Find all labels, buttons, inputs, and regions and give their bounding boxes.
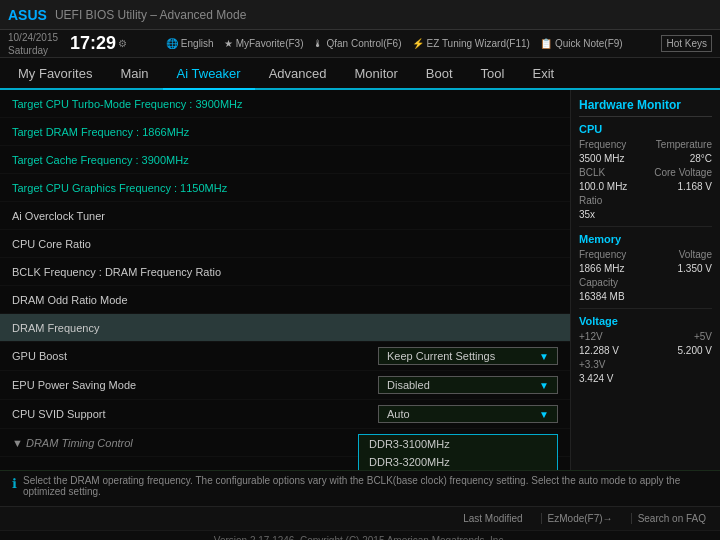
gpu-boost-arrow-icon: ▼: [539, 351, 549, 362]
cpu-temperature-value: 28°C: [690, 153, 712, 164]
cpu-frequency-label: Frequency: [579, 139, 626, 150]
voltage-33v-label: +3.3V: [579, 359, 605, 370]
setting-epu-power[interactable]: EPU Power Saving Mode Disabled ▼: [0, 371, 570, 400]
qfan-control[interactable]: 🌡 Qfan Control(F6): [313, 38, 401, 49]
voltage-12v-value: 12.288 V: [579, 345, 619, 356]
memory-capacity-value: 16384 MB: [579, 291, 625, 302]
info-icon: ℹ: [12, 476, 17, 491]
epu-power-select[interactable]: Disabled ▼: [378, 376, 558, 394]
nav-boot[interactable]: Boot: [412, 58, 467, 90]
cpu-svid-arrow-icon: ▼: [539, 409, 549, 420]
setting-target-dram[interactable]: Target DRAM Frequency : 1866MHz: [0, 118, 570, 146]
setting-ai-overclock[interactable]: Ai Overclock Tuner: [0, 202, 570, 230]
dropdown-list: DDR3-3100MHz DDR3-3200MHz DDR3-3333MHz D…: [359, 435, 557, 470]
time-bar: 10/24/2015 Saturday 17:29 ⚙ 🌐 English ★ …: [0, 30, 720, 58]
cpu-svid-select[interactable]: Auto ▼: [378, 405, 558, 423]
time-display: 17:29: [70, 33, 116, 54]
setting-target-cpu-turbo[interactable]: Target CPU Turbo-Mode Frequency : 3900MH…: [0, 90, 570, 118]
cpu-frequency-value: 3500 MHz: [579, 153, 625, 164]
dropdown-item-3100[interactable]: DDR3-3100MHz: [359, 435, 557, 453]
setting-dram-frequency[interactable]: DRAM Frequency DDR3-3100MHz DDR3-3200MHz…: [0, 314, 570, 342]
memory-frequency-label: Frequency: [579, 249, 626, 260]
memory-capacity-row: Capacity: [579, 277, 712, 288]
memory-capacity-label: Capacity: [579, 277, 618, 288]
cpu-core-voltage-value: 1.168 V: [678, 181, 712, 192]
memory-freq-row: Frequency Voltage: [579, 249, 712, 260]
gpu-boost-select[interactable]: Keep Current Settings ▼: [378, 347, 558, 365]
ez-mode-button[interactable]: EzMode(F7)→: [541, 513, 619, 524]
version-text: Version 2.17.1246. Copyright (C) 2015 Am…: [214, 535, 506, 540]
cpu-ratio-label: Ratio: [579, 195, 602, 206]
cpu-frequency-values: 3500 MHz 28°C: [579, 153, 712, 164]
nav-tool[interactable]: Tool: [467, 58, 519, 90]
status-bar: Last Modified EzMode(F7)→ Search on FAQ: [0, 506, 720, 530]
settings-list: Target CPU Turbo-Mode Frequency : 3900MH…: [0, 90, 570, 457]
cpu-bclk-row: BCLK Core Voltage: [579, 167, 712, 178]
memory-frequency-value: 1866 MHz: [579, 263, 625, 274]
setting-gpu-boost[interactable]: GPU Boost Keep Current Settings ▼: [0, 342, 570, 371]
nav-exit[interactable]: Exit: [518, 58, 568, 90]
voltage-5v-value: 5.200 V: [678, 345, 712, 356]
hardware-monitor-panel: Hardware Monitor CPU Frequency Temperatu…: [570, 90, 720, 470]
cpu-ratio-value: 35x: [579, 209, 595, 220]
memory-voltage-label: Voltage: [679, 249, 712, 260]
nav-ai-tweaker[interactable]: Ai Tweaker: [163, 58, 255, 90]
cpu-frequency-row: Frequency Temperature: [579, 139, 712, 150]
cpu-bclk-label: BCLK: [579, 167, 605, 178]
settings-gear-icon[interactable]: ⚙: [118, 38, 127, 49]
setting-cpu-svid[interactable]: CPU SVID Support Auto ▼: [0, 400, 570, 429]
voltage-12v-label: +12V: [579, 331, 603, 342]
content-area: Target CPU Turbo-Mode Frequency : 3900MH…: [0, 90, 720, 470]
hardware-monitor-title: Hardware Monitor: [579, 98, 712, 117]
voltage-section-title: Voltage: [579, 315, 712, 327]
cpu-bclk-values: 100.0 MHz 1.168 V: [579, 181, 712, 192]
main-nav: My Favorites Main Ai Tweaker Advanced Mo…: [0, 58, 720, 90]
gpu-boost-value: Keep Current Settings: [387, 350, 495, 362]
top-header-bar: ASUS UEFI BIOS Utility – Advanced Mode: [0, 0, 720, 30]
memory-freq-values: 1866 MHz 1.350 V: [579, 263, 712, 274]
language-selector[interactable]: 🌐 English: [166, 38, 214, 49]
memory-capacity-value-row: 16384 MB: [579, 291, 712, 302]
hw-divider-2: [579, 308, 712, 309]
cpu-ratio-value-row: 35x: [579, 209, 712, 220]
voltage-12-5-values: 12.288 V 5.200 V: [579, 345, 712, 356]
info-bar: ℹ Select the DRAM operating frequency. T…: [0, 470, 720, 506]
memory-section-title: Memory: [579, 233, 712, 245]
voltage-33v-value: 3.424 V: [579, 373, 613, 384]
cpu-section-title: CPU: [579, 123, 712, 135]
setting-bclk-ratio[interactable]: BCLK Frequency : DRAM Frequency Ratio: [0, 258, 570, 286]
cpu-bclk-value: 100.0 MHz: [579, 181, 627, 192]
left-panel: Target CPU Turbo-Mode Frequency : 3900MH…: [0, 90, 570, 470]
setting-target-cache[interactable]: Target Cache Frequency : 3900MHz: [0, 146, 570, 174]
nav-my-favorites[interactable]: My Favorites: [4, 58, 106, 90]
cpu-core-voltage-label: Core Voltage: [654, 167, 712, 178]
voltage-33-row: +3.3V: [579, 359, 712, 370]
cpu-svid-value: Auto: [387, 408, 410, 420]
last-modified-button[interactable]: Last Modified: [457, 513, 528, 524]
setting-cpu-core-ratio[interactable]: CPU Core Ratio: [0, 230, 570, 258]
bios-title: UEFI BIOS Utility – Advanced Mode: [55, 8, 246, 22]
date-display: 10/24/2015 Saturday: [8, 31, 58, 57]
dropdown-item-3200[interactable]: DDR3-3200MHz: [359, 453, 557, 470]
nav-advanced[interactable]: Advanced: [255, 58, 341, 90]
cpu-ratio-row: Ratio: [579, 195, 712, 206]
search-faq-button[interactable]: Search on FAQ: [631, 513, 712, 524]
setting-target-cpu-graphics[interactable]: Target CPU Graphics Frequency : 1150MHz: [0, 174, 570, 202]
nav-main[interactable]: Main: [106, 58, 162, 90]
version-bar: Version 2.17.1246. Copyright (C) 2015 Am…: [0, 530, 720, 540]
setting-dram-odd-ratio[interactable]: DRAM Odd Ratio Mode: [0, 286, 570, 314]
nav-monitor[interactable]: Monitor: [341, 58, 412, 90]
hot-keys-button[interactable]: Hot Keys: [661, 35, 712, 52]
epu-power-arrow-icon: ▼: [539, 380, 549, 391]
dram-frequency-dropdown[interactable]: DDR3-3100MHz DDR3-3200MHz DDR3-3333MHz D…: [358, 434, 558, 470]
ez-tuning-wizard[interactable]: ⚡ EZ Tuning Wizard(F11): [412, 38, 530, 49]
voltage-33-value-row: 3.424 V: [579, 373, 712, 384]
asus-logo: ASUS: [8, 7, 47, 23]
voltage-5v-label: +5V: [694, 331, 712, 342]
my-favorites-toolbar[interactable]: ★ MyFavorite(F3): [224, 38, 304, 49]
cpu-temperature-label: Temperature: [656, 139, 712, 150]
hw-divider-1: [579, 226, 712, 227]
voltage-12-5-row: +12V +5V: [579, 331, 712, 342]
info-text: Select the DRAM operating frequency. The…: [23, 475, 708, 497]
quick-note[interactable]: 📋 Quick Note(F9): [540, 38, 623, 49]
